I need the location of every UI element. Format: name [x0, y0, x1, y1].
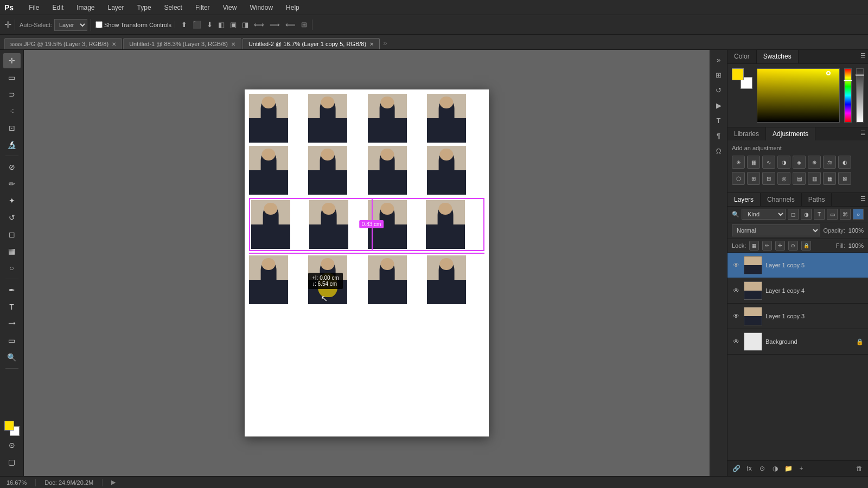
zoom-tool[interactable]: 🔍 [3, 350, 21, 365]
layer-visibility-copy4[interactable]: 👁 [732, 286, 741, 295]
lock-image-btn[interactable]: ✏ [762, 241, 772, 251]
brush-tool[interactable]: ✏ [3, 176, 21, 191]
lock-position-btn[interactable]: ✛ [775, 241, 785, 251]
fg-color-preview[interactable] [732, 68, 744, 80]
layers-filter-smart-btn[interactable]: ⌘ [840, 209, 851, 220]
heal-tool[interactable]: ⊘ [3, 159, 21, 175]
path-select-tool[interactable]: ⭢ [3, 316, 21, 331]
threshold-adj-btn[interactable]: ▥ [808, 172, 821, 185]
menu-layer[interactable]: Layer [106, 3, 126, 12]
layers-filter-type-btn[interactable]: T [814, 209, 825, 220]
move-tool-icon[interactable]: ✛ [4, 20, 11, 30]
history-btn[interactable]: ↺ [712, 84, 725, 97]
move-tool[interactable]: ✛ [3, 53, 21, 68]
text-tool[interactable]: T [3, 299, 21, 314]
dodge-tool[interactable]: ○ [3, 260, 21, 275]
align-middle-btn[interactable]: ⬛ [191, 20, 203, 30]
marquee-tool[interactable]: ▭ [3, 70, 21, 85]
brightness-adj-btn[interactable]: ☀ [732, 156, 745, 169]
align-bottom-btn[interactable]: ⬇ [205, 20, 214, 30]
eraser-tool[interactable]: ◻ [3, 227, 21, 242]
blackwhite-adj-btn[interactable]: ◐ [838, 156, 851, 169]
tab-3-close[interactable]: ✕ [369, 41, 374, 47]
actions-btn[interactable]: ▶ [712, 99, 725, 112]
distribute-left-btn[interactable]: ⟺ [252, 20, 266, 30]
paragraph-btn[interactable]: ¶ [712, 129, 725, 142]
align-center-btn[interactable]: ▣ [228, 20, 238, 30]
lock-artboard-btn[interactable]: ⊙ [788, 241, 798, 251]
libraries-tab[interactable]: Libraries [727, 127, 766, 140]
photofilter-adj-btn[interactable]: ⬡ [732, 172, 745, 185]
menu-view[interactable]: View [221, 3, 239, 12]
tab-3[interactable]: Untitled-2 @ 16.7% (Layer 1 copy 5, RGB/… [242, 38, 380, 49]
menu-filter[interactable]: Filter [193, 3, 212, 12]
tab-1[interactable]: ssss.JPG @ 19.5% (Layer 3, RGB/8) ✕ [4, 38, 122, 49]
layer-item-background[interactable]: 👁 Background 🔒 [727, 329, 868, 355]
color-hue-bar[interactable] [844, 68, 852, 123]
pen-tool[interactable]: ✒ [3, 282, 21, 298]
layer-visibility-copy3[interactable]: 👁 [732, 312, 741, 320]
channels-tab[interactable]: Channels [761, 193, 802, 206]
char-style-btn[interactable]: T [712, 114, 725, 127]
auto-select-dropdown[interactable]: Layer Group [54, 19, 87, 31]
swatches-tab[interactable]: Swatches [757, 50, 799, 63]
layer-item-copy4[interactable]: 👁 Layer 1 copy 4 [727, 278, 868, 304]
align-top-btn[interactable]: ⬆ [180, 20, 189, 30]
layers-filter-adj-btn[interactable]: ◑ [801, 209, 812, 220]
layer-item-copy5[interactable]: 👁 Layer 1 copy 5 [727, 253, 868, 278]
blend-mode-select[interactable]: Normal [732, 224, 820, 236]
channelmixer-adj-btn[interactable]: ⊞ [747, 172, 760, 185]
menu-file[interactable]: File [27, 3, 41, 12]
colorlookup-adj-btn[interactable]: ⊟ [762, 172, 775, 185]
glyph-btn[interactable]: Ω [712, 144, 725, 157]
show-transform-checkbox[interactable] [95, 21, 103, 28]
layers-filter-toggle-btn[interactable]: ○ [853, 209, 864, 220]
fg-bg-colors[interactable] [4, 421, 20, 436]
curves-adj-btn[interactable]: ∿ [762, 156, 775, 169]
menu-image[interactable]: Image [74, 3, 97, 12]
paths-tab[interactable]: Paths [802, 193, 832, 206]
quick-select-tool[interactable]: ⁖ [3, 104, 21, 119]
vibrance-adj-btn[interactable]: ◈ [793, 156, 806, 169]
history-brush-tool[interactable]: ↺ [3, 210, 21, 225]
layer-visibility-copy5[interactable]: 👁 [732, 261, 741, 269]
tab-1-close[interactable]: ✕ [112, 41, 116, 47]
menu-help[interactable]: Help [284, 3, 302, 12]
show-transform-label[interactable]: Show Transform Controls [95, 21, 171, 28]
shape-tool[interactable]: ▭ [3, 333, 21, 348]
adj-menu-btn[interactable]: ☰ [858, 127, 868, 140]
exposure-adj-btn[interactable]: ◑ [777, 156, 790, 169]
huesaturation-adj-btn[interactable]: ⊕ [808, 156, 821, 169]
create-layer-btn[interactable]: + [796, 463, 807, 474]
align-right-btn[interactable]: ◨ [240, 20, 250, 30]
colorbalance-adj-btn[interactable]: ⚖ [823, 156, 836, 169]
crop-tool[interactable]: ⊡ [3, 120, 21, 136]
color-tab[interactable]: Color [727, 50, 757, 63]
status-more-btn[interactable]: ▶ [111, 479, 116, 486]
layers-kind-select[interactable]: Kind [742, 209, 786, 220]
color-panel-menu-btn[interactable]: ☰ [858, 50, 868, 63]
tab-collapse-btn[interactable]: » [383, 38, 387, 46]
adjustments-tab[interactable]: Adjustments [766, 127, 815, 140]
posterize-adj-btn[interactable]: ▤ [793, 172, 806, 185]
create-group-btn[interactable]: 📁 [783, 463, 794, 474]
lock-all-btn[interactable]: 🔒 [801, 241, 811, 251]
layers-filter-shape-btn[interactable]: ▭ [827, 209, 838, 220]
layers-menu-btn[interactable]: ☰ [858, 193, 868, 206]
distribute-center-btn[interactable]: ⟹ [268, 20, 282, 30]
menu-select[interactable]: Select [162, 3, 184, 12]
menu-edit[interactable]: Edit [50, 3, 66, 12]
layers-filter-pixel-btn[interactable]: ◻ [788, 209, 799, 220]
selectivecolor-adj-btn[interactable]: ⊠ [838, 172, 851, 185]
lasso-tool[interactable]: ⊃ [3, 87, 21, 102]
eyedropper-tool[interactable]: 🔬 [3, 137, 21, 152]
create-adj-btn[interactable]: ◑ [770, 463, 781, 474]
link-layers-btn[interactable]: 🔗 [731, 463, 742, 474]
lock-transparent-btn[interactable]: ▦ [749, 241, 759, 251]
fg-color-swatch[interactable] [4, 421, 14, 431]
layer-visibility-bg[interactable]: 👁 [732, 337, 741, 346]
color-gradient-picker[interactable] [757, 68, 840, 123]
layer-item-copy3[interactable]: 👁 Layer 1 copy 3 [727, 304, 868, 329]
tab-2-close[interactable]: ✕ [231, 41, 235, 47]
delete-layer-btn[interactable]: 🗑 [854, 463, 865, 474]
